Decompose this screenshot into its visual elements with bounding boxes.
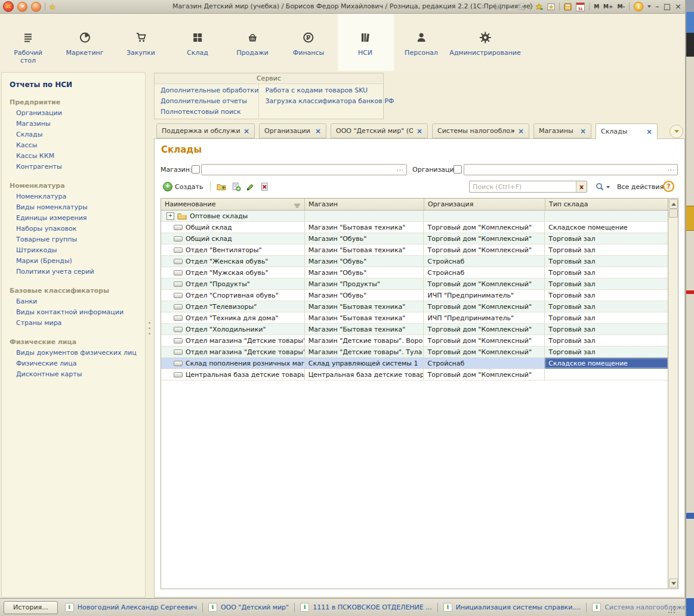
cell-org[interactable]: Торговый дом "Комплексный": [424, 222, 545, 233]
sidebar-item-3-2[interactable]: Дисконтные карты: [2, 369, 145, 380]
sidebar-item-1-7[interactable]: Политики учета серий: [2, 267, 145, 277]
table-row[interactable]: +Оптовые склады: [161, 211, 668, 222]
sidebar-item-0-1[interactable]: Магазины: [2, 119, 145, 129]
taskbar-item[interactable]: iСистема налогообложения органи...: [592, 603, 694, 612]
ribbon-section-zakupki[interactable]: Закупки: [127, 14, 155, 71]
table-row[interactable]: Отдел магазина "Детские товары"Магазин "…: [161, 346, 668, 358]
table-row[interactable]: Отдел "Вентиляторы"Магазин "Бытовая техн…: [161, 244, 668, 256]
sidebar-item-2-1[interactable]: Виды контактной информации: [2, 307, 145, 318]
table-row[interactable]: Отдел "Телевизоры"Магазин "Бытовая техни…: [161, 301, 668, 312]
column-header-1[interactable]: Магазин: [305, 199, 424, 210]
taskbar-item[interactable]: iИнициализация системы справки....: [443, 603, 581, 612]
cell-store[interactable]: Магазин "Бытовая техника": [305, 222, 424, 233]
cell-name[interactable]: Отдел "Вентиляторы": [161, 244, 305, 255]
cell-name[interactable]: Отдел "Телевизоры": [161, 301, 305, 312]
sidebar-item-1-3[interactable]: Наборы упаковок: [2, 224, 145, 234]
tab-organizatsii[interactable]: Организации×: [259, 123, 326, 138]
cell-org[interactable]: Торговый дом "Комплексный": [424, 233, 545, 244]
cell-warehouse_type[interactable]: Торговый зал: [545, 290, 668, 301]
calculator-icon[interactable]: [564, 3, 572, 11]
cell-warehouse_type[interactable]: Торговый зал: [545, 256, 668, 267]
cell-name[interactable]: Отдел "Женская обувь": [161, 256, 305, 267]
sidebar-item-1-6[interactable]: Марки (Бренды): [2, 256, 145, 267]
tab-ooo-detskiy-mir[interactable]: ООО "Детский мир" (О...×: [331, 123, 428, 138]
sidebar-item-1-2[interactable]: Единицы измерения: [2, 213, 145, 224]
maximize-button[interactable]: □: [664, 0, 671, 13]
search-clear-icon[interactable]: x: [576, 181, 587, 192]
sidebar-item-0-4[interactable]: Кассы ККМ: [2, 151, 145, 162]
cell-warehouse_type[interactable]: Торговый зал: [545, 346, 668, 357]
cell-org[interactable]: ИЧП "Предприниматель": [424, 290, 545, 301]
tab-sklady[interactable]: Склады×: [596, 123, 658, 139]
ribbon-section-personal[interactable]: Персонал: [405, 14, 438, 71]
cell-org[interactable]: Стройснаб: [424, 256, 545, 267]
sidebar-item-1-5[interactable]: Штрихкоды: [2, 245, 145, 256]
tab-podderzhka[interactable]: Поддержка и обслужив...×: [156, 123, 255, 138]
cell-store[interactable]: Магазин "Обувь": [305, 233, 424, 244]
cell-org[interactable]: Стройснаб: [424, 267, 545, 278]
table-row[interactable]: Отдел магазина "Детские товары"Магазин "…: [161, 335, 668, 346]
ribbon-section-finansy[interactable]: PФинансы: [293, 14, 324, 71]
cell-store[interactable]: Склад управляющей системы 1: [305, 358, 424, 369]
tab-magaziny[interactable]: Магазины×: [533, 123, 591, 138]
scroll-up-icon[interactable]: [669, 199, 678, 209]
taskbar-item[interactable]: iНовогодний Александр Сергеевич: [65, 603, 197, 612]
scroll-thumb[interactable]: [669, 209, 678, 218]
cell-org[interactable]: Торговый дом "Комплексный": [424, 335, 545, 346]
sidebar-item-1-0[interactable]: Номенклатура: [2, 191, 145, 202]
sidebar-item-2-2[interactable]: Страны мира: [2, 318, 145, 329]
cell-name[interactable]: Центральная база детские товары: [161, 369, 305, 380]
app-logo-icon[interactable]: 1С: [3, 1, 14, 12]
cell-store[interactable]: Магазин "Бытовая техника": [305, 312, 424, 323]
cell-warehouse_type[interactable]: Торговый зал: [545, 233, 668, 244]
cell-store[interactable]: Магазин "Бытовая техника": [305, 244, 424, 255]
table-row[interactable]: Отдел "Женская обувь"Магазин "Обувь"Стро…: [161, 256, 668, 267]
table-row[interactable]: Общий складМагазин "Обувь"Торговый дом "…: [161, 233, 668, 244]
search-input[interactable]: [470, 181, 576, 192]
tab-close-icon[interactable]: ×: [315, 127, 321, 135]
cell-warehouse_type[interactable]: Торговый зал: [545, 244, 668, 255]
cell-org[interactable]: Торговый дом "Комплексный": [424, 301, 545, 312]
cell-warehouse_type[interactable]: Торговый зал: [545, 324, 668, 335]
cell-name[interactable]: Отдел "Продукты": [161, 278, 305, 289]
expand-icon[interactable]: +: [166, 212, 174, 220]
tab-sistemy-nalogooblozheniya[interactable]: Системы налогообложе...×: [432, 123, 529, 138]
cell-warehouse_type[interactable]: [545, 369, 668, 380]
print-icon[interactable]: [506, 3, 514, 11]
cell-warehouse_type[interactable]: Складское помещение: [545, 222, 668, 233]
tab-close-icon[interactable]: ×: [580, 127, 586, 135]
delete-item-icon[interactable]: [258, 181, 272, 193]
nav-circle-icon[interactable]: [31, 2, 41, 12]
info-dropdown-icon[interactable]: [647, 5, 651, 8]
column-header-3[interactable]: Тип склада: [545, 199, 669, 210]
main-menu-icon[interactable]: [17, 2, 27, 12]
cell-name[interactable]: Общий склад: [161, 233, 305, 244]
column-header-0[interactable]: Наименование: [161, 199, 305, 210]
cell-warehouse_type[interactable]: Торговый зал: [545, 335, 668, 346]
org-filter-checkbox[interactable]: [454, 165, 462, 174]
search-options-button[interactable]: [596, 182, 610, 191]
favorites-window-icon[interactable]: [547, 3, 555, 11]
cell-warehouse_type[interactable]: [545, 211, 668, 221]
add-favorite-icon[interactable]: [535, 3, 543, 11]
cell-store[interactable]: Магазин "Бытовая техника": [305, 301, 424, 312]
cell-name[interactable]: Отдел "Техника для дома": [161, 312, 305, 323]
cell-org[interactable]: [424, 211, 545, 221]
cell-warehouse_type[interactable]: Складское помещение: [545, 358, 668, 369]
tab-close-icon[interactable]: ×: [417, 127, 422, 135]
cell-name[interactable]: Отдел "Мужская обувь": [161, 267, 305, 278]
table-row[interactable]: Центральная база детские товарыЦентральн…: [161, 369, 668, 380]
cell-store[interactable]: Магазин "Обувь": [305, 256, 424, 267]
org-filter-input[interactable]: ...: [464, 164, 678, 175]
help-button[interactable]: ?: [663, 181, 674, 192]
favorites-star-icon[interactable]: ★: [49, 3, 56, 11]
table-row[interactable]: Отдел "Холодильники"Магазин "Бытовая тех…: [161, 324, 668, 335]
cell-warehouse_type[interactable]: Торговый зал: [545, 278, 668, 289]
store-filter-input[interactable]: ...: [201, 164, 407, 175]
search-box[interactable]: x: [469, 181, 587, 193]
org-filter-picker[interactable]: ...: [667, 165, 675, 172]
cell-store[interactable]: Магазин "Бытовая техника": [305, 324, 424, 335]
cell-store[interactable]: Магазин "Обувь": [305, 290, 424, 301]
tab-close-icon[interactable]: ×: [646, 128, 652, 136]
service-link[interactable]: Загрузка классификатора банков РФ: [265, 96, 394, 107]
